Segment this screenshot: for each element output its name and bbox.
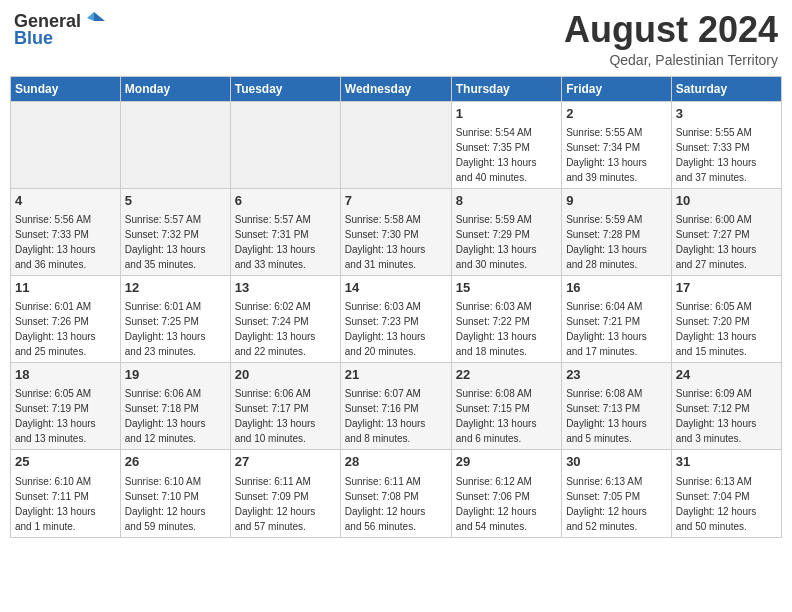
day-number: 10: [676, 192, 777, 210]
page-header: General Blue August 2024 Qedar, Palestin…: [10, 10, 782, 68]
day-number: 29: [456, 453, 557, 471]
calendar-cell: 16Sunrise: 6:04 AM Sunset: 7:21 PM Dayli…: [562, 275, 672, 362]
day-number: 4: [15, 192, 116, 210]
day-number: 2: [566, 105, 667, 123]
day-info: Sunrise: 6:03 AM Sunset: 7:23 PM Dayligh…: [345, 299, 447, 359]
day-number: 13: [235, 279, 336, 297]
calendar-cell: 24Sunrise: 6:09 AM Sunset: 7:12 PM Dayli…: [671, 363, 781, 450]
calendar-cell: 13Sunrise: 6:02 AM Sunset: 7:24 PM Dayli…: [230, 275, 340, 362]
day-info: Sunrise: 6:01 AM Sunset: 7:26 PM Dayligh…: [15, 299, 116, 359]
day-number: 14: [345, 279, 447, 297]
weekday-header-tuesday: Tuesday: [230, 76, 340, 101]
calendar-cell: 4Sunrise: 5:56 AM Sunset: 7:33 PM Daylig…: [11, 188, 121, 275]
location-subtitle: Qedar, Palestinian Territory: [564, 52, 778, 68]
calendar-cell: 6Sunrise: 5:57 AM Sunset: 7:31 PM Daylig…: [230, 188, 340, 275]
calendar-cell: 8Sunrise: 5:59 AM Sunset: 7:29 PM Daylig…: [451, 188, 561, 275]
calendar-cell: 3Sunrise: 5:55 AM Sunset: 7:33 PM Daylig…: [671, 101, 781, 188]
day-number: 30: [566, 453, 667, 471]
day-info: Sunrise: 6:01 AM Sunset: 7:25 PM Dayligh…: [125, 299, 226, 359]
calendar-cell: 7Sunrise: 5:58 AM Sunset: 7:30 PM Daylig…: [340, 188, 451, 275]
calendar-cell: 28Sunrise: 6:11 AM Sunset: 7:08 PM Dayli…: [340, 450, 451, 537]
calendar-row-4: 25Sunrise: 6:10 AM Sunset: 7:11 PM Dayli…: [11, 450, 782, 537]
calendar-cell: [230, 101, 340, 188]
weekday-header-wednesday: Wednesday: [340, 76, 451, 101]
weekday-header-row: SundayMondayTuesdayWednesdayThursdayFrid…: [11, 76, 782, 101]
calendar-cell: 26Sunrise: 6:10 AM Sunset: 7:10 PM Dayli…: [120, 450, 230, 537]
day-number: 23: [566, 366, 667, 384]
calendar-cell: 23Sunrise: 6:08 AM Sunset: 7:13 PM Dayli…: [562, 363, 672, 450]
calendar-cell: 31Sunrise: 6:13 AM Sunset: 7:04 PM Dayli…: [671, 450, 781, 537]
calendar-cell: 11Sunrise: 6:01 AM Sunset: 7:26 PM Dayli…: [11, 275, 121, 362]
day-number: 7: [345, 192, 447, 210]
day-info: Sunrise: 6:11 AM Sunset: 7:08 PM Dayligh…: [345, 474, 447, 534]
calendar-cell: 2Sunrise: 5:55 AM Sunset: 7:34 PM Daylig…: [562, 101, 672, 188]
day-info: Sunrise: 6:08 AM Sunset: 7:15 PM Dayligh…: [456, 386, 557, 446]
logo-blue-text: Blue: [14, 28, 53, 49]
calendar-cell: 29Sunrise: 6:12 AM Sunset: 7:06 PM Dayli…: [451, 450, 561, 537]
day-info: Sunrise: 6:10 AM Sunset: 7:11 PM Dayligh…: [15, 474, 116, 534]
day-number: 9: [566, 192, 667, 210]
calendar-row-3: 18Sunrise: 6:05 AM Sunset: 7:19 PM Dayli…: [11, 363, 782, 450]
day-info: Sunrise: 6:08 AM Sunset: 7:13 PM Dayligh…: [566, 386, 667, 446]
calendar-row-0: 1Sunrise: 5:54 AM Sunset: 7:35 PM Daylig…: [11, 101, 782, 188]
svg-marker-1: [87, 12, 94, 21]
calendar-cell: 27Sunrise: 6:11 AM Sunset: 7:09 PM Dayli…: [230, 450, 340, 537]
day-number: 28: [345, 453, 447, 471]
calendar-cell: 5Sunrise: 5:57 AM Sunset: 7:32 PM Daylig…: [120, 188, 230, 275]
weekday-header-thursday: Thursday: [451, 76, 561, 101]
day-number: 16: [566, 279, 667, 297]
day-info: Sunrise: 6:07 AM Sunset: 7:16 PM Dayligh…: [345, 386, 447, 446]
weekday-header-friday: Friday: [562, 76, 672, 101]
calendar-cell: 17Sunrise: 6:05 AM Sunset: 7:20 PM Dayli…: [671, 275, 781, 362]
title-block: August 2024 Qedar, Palestinian Territory: [564, 10, 778, 68]
calendar-cell: 10Sunrise: 6:00 AM Sunset: 7:27 PM Dayli…: [671, 188, 781, 275]
day-number: 21: [345, 366, 447, 384]
day-number: 24: [676, 366, 777, 384]
day-info: Sunrise: 6:13 AM Sunset: 7:05 PM Dayligh…: [566, 474, 667, 534]
day-info: Sunrise: 6:06 AM Sunset: 7:17 PM Dayligh…: [235, 386, 336, 446]
calendar-cell: 9Sunrise: 5:59 AM Sunset: 7:28 PM Daylig…: [562, 188, 672, 275]
logo: General Blue: [14, 10, 105, 49]
calendar-cell: 12Sunrise: 6:01 AM Sunset: 7:25 PM Dayli…: [120, 275, 230, 362]
calendar-table: SundayMondayTuesdayWednesdayThursdayFrid…: [10, 76, 782, 538]
weekday-header-saturday: Saturday: [671, 76, 781, 101]
day-number: 26: [125, 453, 226, 471]
day-number: 15: [456, 279, 557, 297]
day-info: Sunrise: 5:56 AM Sunset: 7:33 PM Dayligh…: [15, 212, 116, 272]
day-number: 12: [125, 279, 226, 297]
calendar-cell: 25Sunrise: 6:10 AM Sunset: 7:11 PM Dayli…: [11, 450, 121, 537]
day-number: 18: [15, 366, 116, 384]
day-info: Sunrise: 5:57 AM Sunset: 7:31 PM Dayligh…: [235, 212, 336, 272]
day-number: 31: [676, 453, 777, 471]
day-info: Sunrise: 5:57 AM Sunset: 7:32 PM Dayligh…: [125, 212, 226, 272]
day-info: Sunrise: 6:10 AM Sunset: 7:10 PM Dayligh…: [125, 474, 226, 534]
day-info: Sunrise: 6:13 AM Sunset: 7:04 PM Dayligh…: [676, 474, 777, 534]
day-number: 3: [676, 105, 777, 123]
day-number: 17: [676, 279, 777, 297]
day-number: 8: [456, 192, 557, 210]
day-info: Sunrise: 5:59 AM Sunset: 7:28 PM Dayligh…: [566, 212, 667, 272]
day-number: 27: [235, 453, 336, 471]
logo-bird-icon: [83, 10, 105, 32]
day-info: Sunrise: 5:58 AM Sunset: 7:30 PM Dayligh…: [345, 212, 447, 272]
day-info: Sunrise: 6:04 AM Sunset: 7:21 PM Dayligh…: [566, 299, 667, 359]
calendar-cell: 1Sunrise: 5:54 AM Sunset: 7:35 PM Daylig…: [451, 101, 561, 188]
day-number: 6: [235, 192, 336, 210]
calendar-cell: 19Sunrise: 6:06 AM Sunset: 7:18 PM Dayli…: [120, 363, 230, 450]
day-number: 1: [456, 105, 557, 123]
calendar-cell: 20Sunrise: 6:06 AM Sunset: 7:17 PM Dayli…: [230, 363, 340, 450]
day-info: Sunrise: 6:00 AM Sunset: 7:27 PM Dayligh…: [676, 212, 777, 272]
calendar-cell: [11, 101, 121, 188]
calendar-cell: [340, 101, 451, 188]
day-info: Sunrise: 5:59 AM Sunset: 7:29 PM Dayligh…: [456, 212, 557, 272]
calendar-cell: 15Sunrise: 6:03 AM Sunset: 7:22 PM Dayli…: [451, 275, 561, 362]
calendar-cell: 30Sunrise: 6:13 AM Sunset: 7:05 PM Dayli…: [562, 450, 672, 537]
day-info: Sunrise: 5:55 AM Sunset: 7:34 PM Dayligh…: [566, 125, 667, 185]
day-number: 25: [15, 453, 116, 471]
day-info: Sunrise: 6:05 AM Sunset: 7:19 PM Dayligh…: [15, 386, 116, 446]
day-info: Sunrise: 5:54 AM Sunset: 7:35 PM Dayligh…: [456, 125, 557, 185]
day-info: Sunrise: 6:06 AM Sunset: 7:18 PM Dayligh…: [125, 386, 226, 446]
day-number: 22: [456, 366, 557, 384]
calendar-cell: 18Sunrise: 6:05 AM Sunset: 7:19 PM Dayli…: [11, 363, 121, 450]
day-info: Sunrise: 6:03 AM Sunset: 7:22 PM Dayligh…: [456, 299, 557, 359]
